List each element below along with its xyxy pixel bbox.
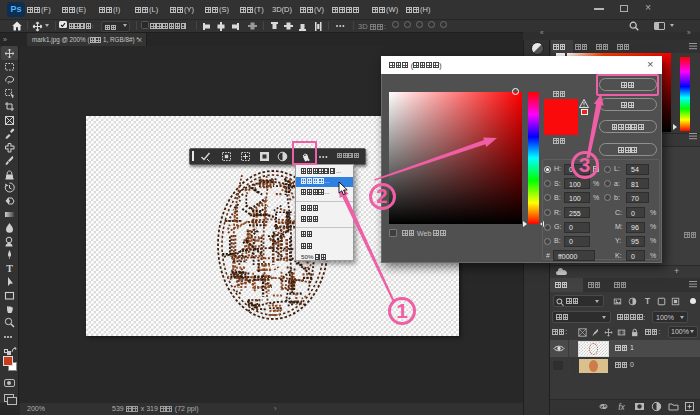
svg-text:T: T (6, 263, 13, 274)
svg-text:fx: fx (618, 402, 625, 412)
svg-text:T: T (645, 297, 650, 306)
